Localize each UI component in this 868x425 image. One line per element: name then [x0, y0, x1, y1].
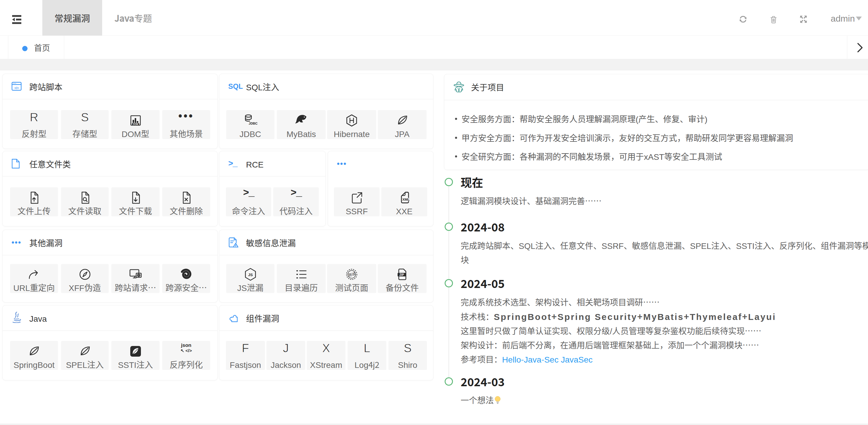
svg-text:DOM: DOM: [133, 123, 138, 126]
svg-text:JS: JS: [248, 272, 253, 277]
svg-text:XML: XML: [402, 198, 409, 201]
svg-text:JDBC: JDBC: [249, 122, 257, 125]
svg-text:ZIP: ZIP: [399, 273, 404, 276]
svg-text:</>: </>: [14, 87, 19, 90]
